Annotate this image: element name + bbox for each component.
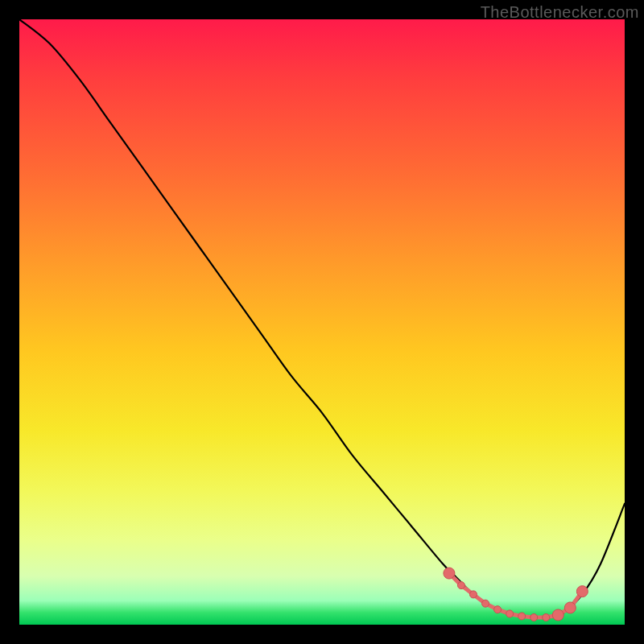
chart-svg [19, 19, 625, 625]
marker-group [444, 568, 588, 621]
marker-dot [518, 613, 526, 620]
marker-dot [530, 613, 538, 621]
marker-dot [576, 586, 588, 597]
marker-dot [552, 609, 564, 621]
marker-dot [457, 582, 464, 589]
bottleneck-curve [19, 19, 625, 618]
marker-dot [494, 606, 502, 613]
marker-dot [506, 610, 514, 617]
marker-dot [482, 600, 489, 607]
marker-dot [470, 591, 477, 598]
marker-dot [543, 613, 550, 621]
marker-dot [444, 568, 455, 579]
marker-dot [564, 602, 576, 613]
